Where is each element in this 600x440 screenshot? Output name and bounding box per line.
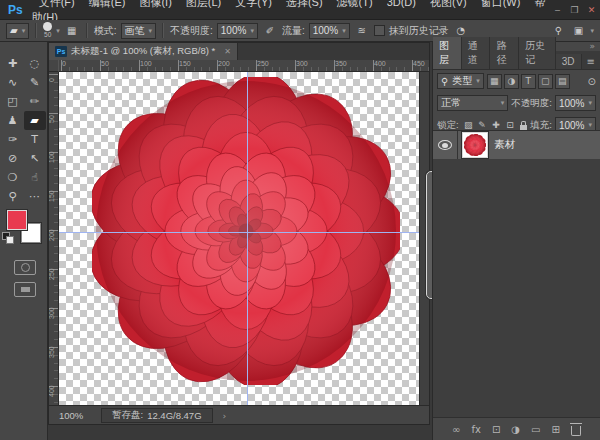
filter-pin-icon[interactable]: ⊙ bbox=[588, 76, 596, 87]
brush-size-value: 50 bbox=[44, 32, 51, 39]
add-mask-icon[interactable]: ⊡ bbox=[492, 424, 500, 435]
collapse-panels-icon[interactable]: » bbox=[589, 41, 595, 51]
eraser-tool[interactable]: ▰ bbox=[24, 111, 46, 130]
new-adjustment-layer-icon[interactable]: ◑ bbox=[511, 424, 520, 435]
eye-icon bbox=[438, 140, 452, 150]
menu-item[interactable]: 选择(S) bbox=[279, 0, 330, 8]
layer-list: 素材 bbox=[433, 130, 600, 418]
layer-row[interactable]: 素材 bbox=[433, 131, 600, 159]
horizontal-guide[interactable] bbox=[59, 232, 419, 233]
blend-mode-select[interactable]: 正常 ▾ bbox=[437, 95, 508, 111]
menu-item[interactable]: 窗口(W) bbox=[474, 0, 528, 8]
panel-tab-2[interactable]: 路径 bbox=[490, 37, 519, 69]
divider bbox=[86, 23, 88, 38]
scratch-label: 暂存盘: bbox=[112, 409, 143, 422]
layer-opacity-select[interactable]: 100% ▾ bbox=[555, 95, 596, 111]
chevron-down-icon[interactable]: ▾ bbox=[56, 27, 60, 35]
blur-tool[interactable]: ❍ bbox=[2, 168, 24, 187]
ruler-number: 350 bbox=[335, 60, 347, 67]
menu-item[interactable]: 文件(F) bbox=[32, 0, 82, 8]
link-layers-icon[interactable]: ∞ bbox=[452, 424, 460, 435]
default-colors-icon[interactable] bbox=[2, 232, 10, 240]
erase-to-history-checkbox[interactable] bbox=[374, 25, 385, 36]
panel-tab-0[interactable]: 图层 bbox=[433, 37, 462, 69]
filter-smart-objects-icon[interactable]: ▤ bbox=[555, 74, 570, 89]
move-tool[interactable]: ✚ bbox=[2, 54, 24, 73]
brush-preset-picker[interactable]: 50 bbox=[43, 22, 52, 39]
panel-tab-3[interactable]: 历史记 bbox=[519, 37, 556, 69]
opacity-label: 不透明度: bbox=[170, 24, 213, 38]
ruler-number: 150 bbox=[179, 60, 191, 67]
clone-stamp-tool[interactable]: ♟ bbox=[2, 111, 24, 130]
toggle-brush-panel-icon[interactable]: ▦ bbox=[64, 23, 80, 39]
window-controls: – ❐ ✕ bbox=[549, 0, 600, 19]
filter-type-select[interactable]: ⚲ 类型 ▾ bbox=[437, 73, 484, 89]
opacity-value: 100% bbox=[221, 25, 247, 36]
document-tab[interactable]: Ps 未标题-1 @ 100% (素材, RGB/8) * ✕ bbox=[49, 43, 238, 60]
vertical-ruler[interactable]: 050100150200250300350400 bbox=[49, 72, 59, 405]
screen-mode-button[interactable] bbox=[14, 282, 36, 297]
vertical-scrollbar[interactable] bbox=[419, 72, 429, 405]
edit-toolbar[interactable]: ⋯ bbox=[24, 187, 46, 206]
quick-select-tool[interactable]: ✎ bbox=[24, 73, 46, 92]
ruler-number: 300 bbox=[296, 60, 308, 67]
path-select-tool[interactable]: ↖ bbox=[24, 149, 46, 168]
panel-tab-1[interactable]: 通道 bbox=[462, 37, 491, 69]
new-layer-icon[interactable]: ⊞ bbox=[551, 424, 559, 435]
menu-item[interactable]: 滤镜(T) bbox=[330, 0, 380, 8]
tool-preset-picker[interactable]: ▰ ▾ bbox=[6, 23, 29, 39]
filter-type-layers-icon[interactable]: T bbox=[521, 74, 536, 89]
minimize-button[interactable]: – bbox=[549, 5, 566, 15]
lasso-tool[interactable]: ∿ bbox=[2, 73, 24, 92]
ruler-number: 150 bbox=[49, 192, 58, 202]
document-tab-strip: Ps 未标题-1 @ 100% (素材, RGB/8) * ✕ bbox=[49, 43, 429, 61]
maximize-button[interactable]: ❐ bbox=[566, 5, 583, 15]
layers-panel-bottom-bar: ∞fx⊡◑▭⊞ bbox=[433, 418, 600, 440]
crop-tool[interactable]: ◰ bbox=[2, 92, 24, 111]
menu-item[interactable]: 图层(L) bbox=[179, 0, 228, 8]
canvas[interactable] bbox=[59, 72, 419, 405]
ruler-number: 50 bbox=[49, 114, 58, 124]
filter-pixel-layers-icon[interactable]: ▦ bbox=[487, 74, 502, 89]
flow-select[interactable]: 100% ▾ bbox=[309, 23, 350, 39]
mode-label: 模式: bbox=[94, 24, 117, 38]
erase-to-history-label: 抹到历史记录 bbox=[389, 24, 449, 38]
dodge-tool[interactable]: ⊘ bbox=[2, 149, 24, 168]
vertical-guide[interactable] bbox=[247, 72, 248, 405]
panel-tab-4[interactable]: 3D bbox=[556, 54, 582, 69]
color-swatches bbox=[0, 210, 48, 252]
zoom-level[interactable]: 100% bbox=[59, 410, 101, 421]
menu-item[interactable]: 图像(I) bbox=[132, 0, 178, 8]
ruler-number: 0 bbox=[62, 60, 66, 67]
brush-tool[interactable]: ✏ bbox=[24, 92, 46, 111]
airbrush-icon[interactable]: ≋ bbox=[354, 23, 370, 39]
mode-select[interactable]: 画笔 ▾ bbox=[121, 23, 157, 39]
menu-item[interactable]: 视图(V) bbox=[423, 0, 474, 8]
history-brush-tool[interactable]: ✑ bbox=[2, 130, 24, 149]
opacity-select[interactable]: 100% ▾ bbox=[217, 23, 258, 39]
zoom-tool[interactable]: ⚲ bbox=[2, 187, 24, 206]
tab-close-icon[interactable]: ✕ bbox=[224, 47, 231, 56]
menu-item[interactable]: 编辑(E) bbox=[82, 0, 133, 8]
foreground-color-swatch[interactable] bbox=[7, 210, 27, 230]
pen-pressure-icon[interactable]: ✐ bbox=[262, 23, 278, 39]
panel-menu-icon[interactable]: ≡ bbox=[582, 56, 600, 69]
layer-filter-row: ⚲ 类型 ▾ ▦◑T▢▤ ⊙ bbox=[433, 70, 600, 92]
marquee-tool[interactable]: ◌ bbox=[24, 54, 46, 73]
filter-adjustment-layers-icon[interactable]: ◑ bbox=[504, 74, 519, 89]
hand-tool[interactable]: ☝ bbox=[24, 168, 46, 187]
quick-mask-button[interactable] bbox=[14, 260, 36, 275]
status-chevron-icon[interactable]: › bbox=[223, 410, 227, 421]
type-tool[interactable]: T bbox=[24, 130, 46, 149]
delete-layer-icon[interactable] bbox=[571, 426, 581, 436]
layer-style-icon[interactable]: fx bbox=[471, 424, 480, 435]
new-group-icon[interactable]: ▭ bbox=[531, 424, 540, 435]
layer-thumbnail[interactable] bbox=[463, 133, 487, 157]
close-button[interactable]: ✕ bbox=[583, 5, 600, 15]
menu-item[interactable]: 文字(Y) bbox=[228, 0, 279, 8]
visibility-cell[interactable] bbox=[433, 131, 458, 159]
horizontal-ruler[interactable]: 050100150200250300350400450 bbox=[59, 60, 429, 72]
menu-item[interactable]: 3D(D) bbox=[380, 0, 423, 8]
chevron-down-icon: ▾ bbox=[590, 27, 594, 35]
filter-shape-layers-icon[interactable]: ▢ bbox=[538, 74, 553, 89]
